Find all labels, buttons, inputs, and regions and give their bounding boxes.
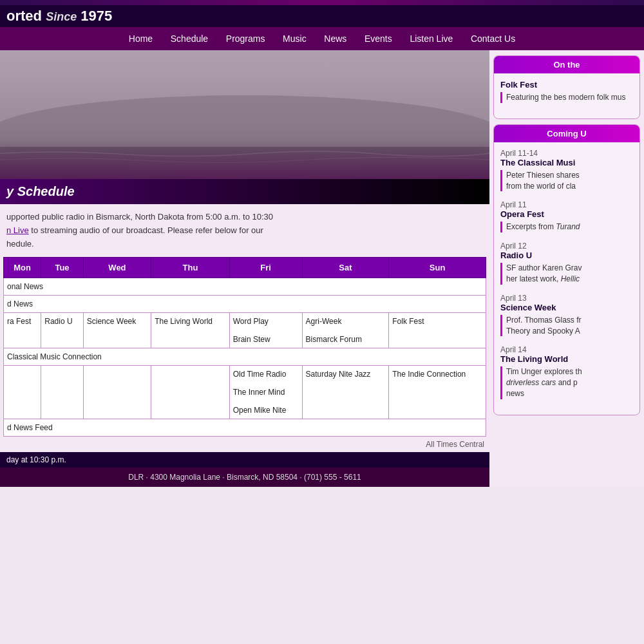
- schedule-table-wrapper: Mon Tue Wed Thu Fri Sat Sun onal News: [0, 257, 489, 437]
- title-year: 1975: [80, 8, 112, 24]
- national-news-cell: onal News: [4, 278, 486, 296]
- classical-music-cell: Classical Music Connection: [4, 348, 486, 366]
- table-row: Old Time RadioThe Inner MindOpen Mike Ni…: [4, 366, 486, 419]
- schedule-heading: y Schedule: [0, 179, 489, 204]
- cell-sat-jazz: Saturday Nite Jazz: [302, 366, 389, 419]
- on-the-air-header-text: On the: [553, 60, 580, 70]
- coming-up-header: Coming U: [494, 125, 639, 142]
- col-wed: Wed: [83, 258, 151, 278]
- cell-sun-folk-fest: Folk Fest: [389, 313, 486, 348]
- nav-schedule[interactable]: Schedule: [171, 33, 208, 44]
- footer-time-text: day at 10:30 p.m.: [6, 455, 66, 464]
- schedule-heading-text: y Schedule: [6, 184, 75, 198]
- nav-listen-live[interactable]: Listen Live: [410, 33, 453, 44]
- listen-live-link[interactable]: n Live: [6, 225, 29, 235]
- nav-music[interactable]: Music: [283, 33, 307, 44]
- on-the-air-content: Folk Fest Featuring the bes modern folk …: [494, 73, 639, 118]
- cell-mon-opera: ra Fest: [4, 313, 41, 348]
- folk-fest-title: Folk Fest: [500, 80, 633, 90]
- address-text: DLR · 4300 Magnolia Lane · Bismarck, ND …: [128, 473, 361, 482]
- on-the-air-header: On the: [494, 56, 639, 73]
- cell-thu-empty: [151, 366, 230, 419]
- event-science-week: April 13 Science Week Prof. Thomas Glass…: [500, 294, 633, 337]
- title-since: Since: [46, 10, 77, 23]
- nav-programs[interactable]: Programs: [226, 33, 265, 44]
- col-fri: Fri: [229, 258, 302, 278]
- col-sun: Sun: [389, 258, 486, 278]
- event-opera: April 11 Opera Fest Excerpts from Turand: [500, 200, 633, 232]
- cell-wed-science: Science Week: [83, 313, 151, 348]
- sidebar: On the Folk Fest Featuring the bes moder…: [489, 50, 644, 487]
- hero-image: [0, 50, 489, 179]
- desc-part2: to streaming audio of our broadcast. Ple…: [31, 225, 263, 235]
- coming-up-box: Coming U April 11-14 The Classical Musi …: [493, 124, 640, 415]
- nav-contact-us[interactable]: Contact Us: [471, 33, 515, 44]
- schedule-footer: day at 10:30 p.m.: [0, 452, 489, 468]
- hero-overlay: [0, 140, 489, 179]
- col-thu: Thu: [151, 258, 230, 278]
- cell-sat-programs: Agri-WeekBismarck Forum: [302, 313, 389, 348]
- table-row: ra Fest Radio U Science Week The Living …: [4, 313, 486, 348]
- coming-up-content: April 11-14 The Classical Musi Peter Thi…: [494, 142, 639, 415]
- nav-home[interactable]: Home: [129, 33, 153, 44]
- all-times-label: All Times Central: [0, 437, 489, 452]
- desc-part3: hedule.: [6, 239, 34, 249]
- event-radio-u: April 12 Radio U SF author Karen Gravher…: [500, 242, 633, 285]
- title-prefix: orted: [6, 8, 46, 24]
- navigation: Home Schedule Programs Music News Events…: [0, 27, 644, 50]
- folk-fest-desc: Featuring the bes modern folk mus: [500, 92, 633, 103]
- cell-mon-empty: [4, 366, 41, 419]
- col-tue: Tue: [41, 258, 84, 278]
- event-classical: April 11-14 The Classical Musi Peter Thi…: [500, 149, 633, 192]
- cell-wed-empty: [83, 366, 151, 419]
- on-the-air-item: Folk Fest Featuring the bes modern folk …: [500, 80, 633, 103]
- table-row: onal News: [4, 278, 486, 296]
- site-title: orted Since 1975: [0, 5, 644, 27]
- cell-tue-radio-u: Radio U: [41, 313, 84, 348]
- cell-sun-indie: The Indie Connection: [389, 366, 486, 419]
- nd-news-cell: d News: [4, 296, 486, 313]
- coming-up-header-text: Coming U: [547, 129, 586, 138]
- nav-news[interactable]: News: [324, 33, 346, 44]
- cell-tue-empty: [41, 366, 84, 419]
- on-the-air-box: On the Folk Fest Featuring the bes moder…: [493, 55, 640, 119]
- schedule-table: Mon Tue Wed Thu Fri Sat Sun onal News: [3, 257, 486, 437]
- schedule-description: upported public radio in Bismarck, North…: [0, 204, 489, 257]
- cell-fri-evening: Old Time RadioThe Inner MindOpen Mike Ni…: [229, 366, 302, 419]
- table-row: d News Feed: [4, 419, 486, 437]
- col-sat: Sat: [302, 258, 389, 278]
- cell-fri-programs: Word PlayBrain Stew: [229, 313, 302, 348]
- desc-part1: upported public radio in Bismarck, North…: [6, 212, 273, 222]
- col-mon: Mon: [4, 258, 41, 278]
- table-row: Classical Music Connection: [4, 348, 486, 366]
- event-living-world: April 14 The Living World Tim Unger expl…: [500, 345, 633, 399]
- address-footer: DLR · 4300 Magnolia Lane · Bismarck, ND …: [0, 468, 489, 487]
- news-feed-cell: d News Feed: [4, 419, 486, 437]
- table-row: d News: [4, 296, 486, 313]
- cell-thu-living-world: The Living World: [151, 313, 230, 348]
- nav-events[interactable]: Events: [365, 33, 392, 44]
- schedule-header-row: Mon Tue Wed Thu Fri Sat Sun: [4, 258, 486, 278]
